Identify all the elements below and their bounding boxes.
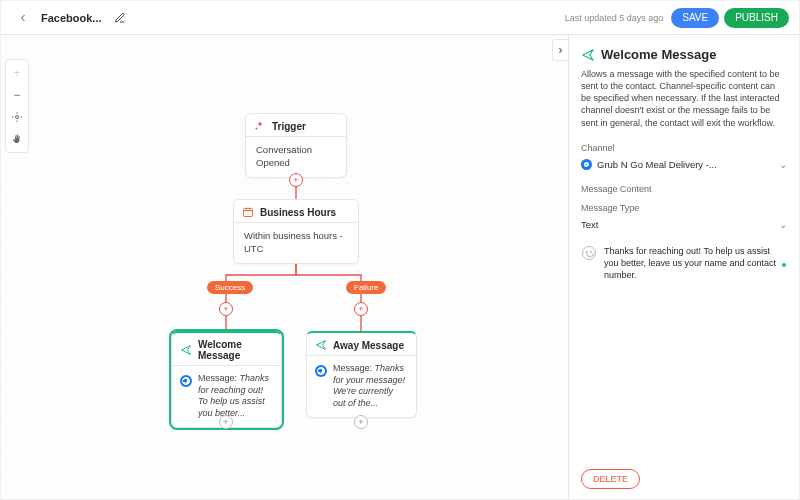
content-label: Message Content <box>581 184 787 194</box>
edit-name-button[interactable] <box>108 6 132 30</box>
svg-rect-4 <box>244 209 253 217</box>
canvas-toolbar: + − <box>5 59 29 153</box>
properties-panel: Welcome Message Allows a message with th… <box>568 35 799 499</box>
send-icon <box>180 344 192 356</box>
zoom-in-button[interactable]: + <box>6 62 28 84</box>
add-step-button[interactable]: + <box>289 173 303 187</box>
node-detail: Within business hours - UTC <box>234 223 358 263</box>
publish-button[interactable]: PUBLISH <box>724 8 789 28</box>
channel-label: Channel <box>581 143 787 153</box>
svg-point-0 <box>16 116 19 119</box>
node-title: Welcome Message <box>198 339 273 361</box>
node-trigger[interactable]: Trigger Conversation Opened <box>245 113 347 178</box>
calendar-icon <box>242 206 254 218</box>
node-away-message[interactable]: Away Message Message: Thanks for your me… <box>306 331 417 418</box>
add-step-after-welcome[interactable]: + <box>219 415 233 429</box>
recenter-button[interactable] <box>6 106 28 128</box>
channel-select[interactable]: Grub N Go Meal Delivery -... ⌄ <box>581 156 787 174</box>
emoji-icon[interactable] <box>582 246 596 260</box>
back-button[interactable] <box>11 6 35 30</box>
status-dot <box>782 263 786 267</box>
save-button[interactable]: SAVE <box>671 8 719 28</box>
sparkle-icon <box>254 120 266 132</box>
zoom-out-button[interactable]: − <box>6 84 28 106</box>
branch-failure-badge: Failure <box>346 281 386 294</box>
delete-button[interactable]: DELETE <box>581 469 640 489</box>
panel-description: Allows a message with the specified cont… <box>581 68 787 129</box>
top-bar: Facebook... Last updated 5 days ago SAVE… <box>1 1 799 35</box>
collapse-panel-button[interactable] <box>552 39 568 61</box>
messenger-icon <box>583 161 590 168</box>
node-title: Business Hours <box>260 207 336 218</box>
facebook-icon <box>180 375 192 387</box>
add-step-after-away[interactable]: + <box>354 415 368 429</box>
node-title: Trigger <box>272 121 306 132</box>
last-updated: Last updated 5 days ago <box>565 13 664 23</box>
chevron-down-icon: ⌄ <box>779 159 787 170</box>
node-preview: Message: Thanks for your message! We're … <box>333 363 408 410</box>
chevron-down-icon: ⌄ <box>779 219 787 230</box>
panel-title: Welcome Message <box>581 47 787 62</box>
node-preview: Message: Thanks for reaching out! To hel… <box>198 373 273 420</box>
node-detail: Conversation Opened <box>246 137 346 177</box>
branch-success-badge: Success <box>207 281 253 294</box>
type-label: Message Type <box>581 203 787 213</box>
add-step-failure-button[interactable]: + <box>354 302 368 316</box>
node-welcome-message[interactable]: Welcome Message Message: Thanks for reac… <box>171 331 282 428</box>
node-business-hours[interactable]: Business Hours Within business hours - U… <box>233 199 359 264</box>
workflow-name[interactable]: Facebook... <box>41 12 102 24</box>
node-title: Away Message <box>333 340 404 351</box>
message-type-select[interactable]: Text ⌄ <box>581 216 787 234</box>
message-body-text: Thanks for reaching out! To help us assi… <box>604 246 776 280</box>
facebook-icon <box>315 365 327 377</box>
send-icon <box>315 339 327 351</box>
message-body-input[interactable]: Thanks for reaching out! To help us assi… <box>581 240 787 286</box>
pan-button[interactable] <box>6 128 28 150</box>
add-step-success-button[interactable]: + <box>219 302 233 316</box>
canvas[interactable]: + − <box>1 35 568 499</box>
send-icon <box>581 48 595 62</box>
